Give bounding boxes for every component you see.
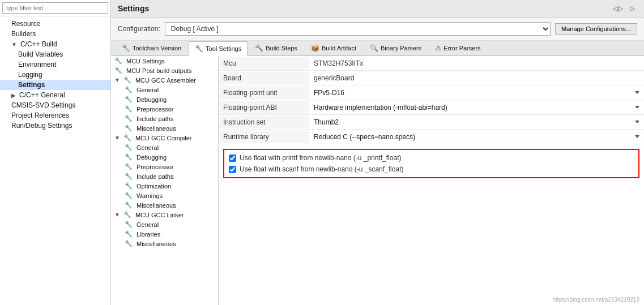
tool-tree-item-compiler-preprocessor[interactable]: 🔧Preprocessor — [111, 162, 218, 171]
sidebar-item-project-refs[interactable]: Project References — [0, 110, 110, 121]
tab-icon-build-artifact: 📦 — [311, 44, 319, 52]
tool-tree-icon: 🔧 — [125, 221, 133, 228]
tool-tree-label: Miscellaneous — [137, 240, 176, 247]
tool-tree-label: Miscellaneous — [137, 202, 176, 209]
form-row-floating-point-abi: Floating-point ABIHardware implementatio… — [219, 100, 644, 115]
tool-tree-item-linker-general[interactable]: 🔧General — [111, 220, 218, 229]
select-value: Reduced C (--specs=nano.specs) — [314, 133, 415, 141]
tool-tree-item-mcu-gcc-compiler[interactable]: ▼ 🔧MCU GCC Compiler — [111, 133, 218, 143]
tool-tree-item-compiler-misc[interactable]: 🔧Miscellaneous — [111, 200, 218, 210]
tab-binary-parsers[interactable]: 🔍Binary Parsers — [364, 41, 428, 55]
tab-label-tool-settings: Tool Settings — [206, 45, 241, 52]
tool-tree-label: Libraries — [137, 231, 160, 238]
tool-tree-item-assembler-debugging[interactable]: 🔧Debugging — [111, 94, 218, 104]
tool-tree-label: Preprocessor — [137, 164, 173, 170]
settings-panel: McuSTM32H753IITxBoardgenericBoardFloatin… — [219, 56, 644, 305]
tab-toolchain[interactable]: 🔧Toolchain Version — [116, 41, 187, 55]
sidebar-item-cpp-build[interactable]: ▼C/C++ Build — [0, 39, 110, 49]
tool-tree-item-assembler-general[interactable]: 🔧General — [111, 85, 218, 94]
chevron-down-icon — [635, 91, 639, 96]
sidebar-item-resource[interactable]: Resource — [0, 19, 110, 29]
tool-tree-label: Preprocessor — [137, 106, 173, 113]
tool-tree-icon: 🔧 — [125, 173, 133, 180]
tool-tree-label: MCU GCC Linker — [135, 212, 184, 218]
tool-tree-label: MCU GCC Compiler — [135, 135, 192, 141]
sidebar-item-label: CMSIS-SVD Settings — [11, 101, 75, 109]
sidebar-item-cpp-general[interactable]: ▶C/C++ General — [0, 90, 110, 100]
form-row-mcu: McuSTM32H753IITx — [219, 56, 644, 71]
tool-tree-item-compiler-include[interactable]: 🔧Include paths — [111, 171, 218, 181]
tool-tree-icon: 🔧 — [125, 182, 133, 190]
sidebar-item-cmsis-svd[interactable]: CMSIS-SVD Settings — [0, 100, 110, 110]
form-row-board: BoardgenericBoard — [219, 71, 644, 85]
tab-tool-settings[interactable]: 🔧Tool Settings — [189, 41, 248, 56]
field-label: Mcu — [219, 57, 309, 70]
field-label: Floating-point unit — [219, 87, 309, 99]
tool-tree-item-linker-libraries[interactable]: 🔧Libraries — [111, 229, 218, 239]
tool-tree-item-mcu-settings[interactable]: 🔧MCU Settings — [111, 56, 218, 66]
filter-input[interactable] — [2, 2, 108, 14]
form-row-instruction-set: Instruction setThumb2 — [219, 115, 644, 130]
config-select[interactable]: Debug [ Active ] — [165, 22, 551, 36]
tab-error-parsers[interactable]: ⚠Error Parsers — [429, 41, 487, 55]
field-select-runtime-library[interactable]: Reduced C (--specs=nano.specs) — [309, 131, 644, 143]
tool-tree-item-compiler-general[interactable]: 🔧General — [111, 143, 218, 152]
tab-bar: 🔧Toolchain Version🔧Tool Settings🔨Build S… — [111, 41, 644, 56]
forward-button[interactable]: ▷ — [628, 3, 637, 14]
sidebar-item-environment[interactable]: Environment — [0, 59, 110, 70]
tool-tree-icon: 🔧 — [125, 124, 133, 132]
chevron-down-icon — [635, 135, 639, 140]
tool-tree-icon: 🔧 — [125, 115, 133, 122]
sidebar-item-logging[interactable]: Logging — [0, 70, 110, 80]
tool-tree-item-assembler-misc[interactable]: 🔧Miscellaneous — [111, 123, 218, 133]
checkbox-printf-float[interactable] — [229, 154, 236, 162]
sidebar-item-label: Project References — [11, 111, 69, 119]
tool-tree-panel: 🔧MCU Settings🔧MCU Post build outputs▼ 🔧M… — [111, 56, 219, 305]
tool-tree-label: MCU Post build outputs — [126, 67, 192, 74]
tool-tree-label: MCU Settings — [126, 58, 165, 65]
tool-tree-label: Debugging — [137, 96, 167, 103]
tool-tree-item-mcu-post-build[interactable]: 🔧MCU Post build outputs — [111, 66, 218, 75]
config-label: Configuration: — [118, 25, 160, 33]
form-row-runtime-library: Runtime libraryReduced C (--specs=nano.s… — [219, 130, 644, 144]
tool-tree-icon: 🔧 — [125, 153, 133, 161]
tool-tree-label: Optimization — [137, 183, 171, 190]
tool-tree-label: General — [137, 144, 159, 151]
tool-tree-icon: 🔧 — [123, 76, 131, 84]
tool-tree-icon: 🔧 — [125, 240, 133, 247]
field-select-floating-point-abi[interactable]: Hardware implementation (-mfloat-abi=har… — [309, 102, 644, 113]
tool-tree-item-mcu-gcc-assembler[interactable]: ▼ 🔧MCU GCC Assembler — [111, 75, 218, 85]
content-area: 🔧MCU Settings🔧MCU Post build outputs▼ 🔧M… — [111, 56, 644, 305]
settings-form: McuSTM32H753IITxBoardgenericBoardFloatin… — [219, 56, 644, 178]
main-header: Settings ◁▷ ▷ — [111, 0, 644, 18]
tool-tree-label: Debugging — [137, 154, 167, 161]
tab-label-build-artifact: Build Artifact — [322, 45, 356, 51]
tool-tree-item-assembler-include[interactable]: 🔧Include paths — [111, 114, 218, 123]
sidebar-item-build-variables[interactable]: Build Variables — [0, 49, 110, 59]
manage-configurations-button[interactable]: Manage Configurations... — [555, 23, 637, 35]
tool-tree-item-compiler-debugging[interactable]: 🔧Debugging — [111, 152, 218, 162]
tool-tree-item-compiler-warnings[interactable]: 🔧Warnings — [111, 191, 218, 200]
tool-tree-label: Include paths — [137, 115, 173, 122]
tool-tree-icon: 🔧 — [125, 96, 133, 103]
tool-tree-item-mcu-gcc-linker[interactable]: ▼ 🔧MCU GCC Linker — [111, 210, 218, 220]
tool-tree-item-assembler-preprocessor[interactable]: 🔧Preprocessor — [111, 104, 218, 114]
checkbox-scanf-float[interactable] — [229, 166, 236, 173]
tool-tree-item-linker-misc[interactable]: 🔧Miscellaneous — [111, 239, 218, 248]
sidebar-item-builders[interactable]: Builders — [0, 29, 110, 39]
tool-tree-item-compiler-optimization[interactable]: 🔧Optimization — [111, 181, 218, 191]
form-row-floating-point-unit: Floating-point unitFPv5-D16 — [219, 85, 644, 100]
tool-tree-label: General — [137, 87, 159, 93]
field-select-instruction-set[interactable]: Thumb2 — [309, 117, 644, 128]
sidebar-item-run-debug[interactable]: Run/Debug Settings — [0, 121, 110, 131]
tab-build-steps[interactable]: 🔨Build Steps — [249, 41, 304, 55]
tool-tree-label: Warnings — [137, 192, 163, 199]
sidebar-item-settings[interactable]: Settings — [0, 80, 110, 90]
field-select-floating-point-unit[interactable]: FPv5-D16 — [309, 87, 644, 98]
back-button[interactable]: ◁▷ — [611, 3, 625, 14]
tool-tree-icon: 🔧 — [114, 67, 122, 74]
tool-tree-icon: 🔧 — [123, 211, 131, 218]
sidebar-tree: ResourceBuilders▼C/C++ BuildBuild Variab… — [0, 16, 110, 305]
tab-build-artifact[interactable]: 📦Build Artifact — [305, 41, 362, 55]
tool-tree-label: General — [137, 221, 159, 228]
